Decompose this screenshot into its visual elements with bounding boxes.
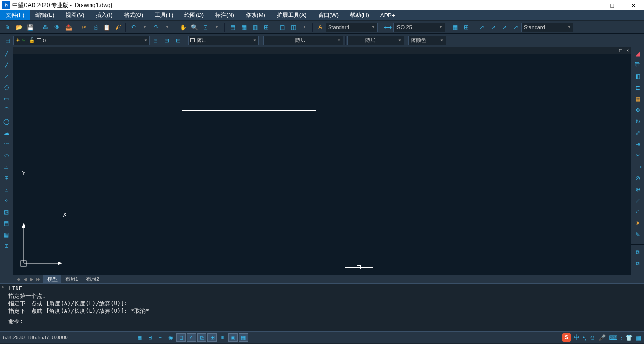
table-style-icon[interactable]: ▦ — [450, 22, 460, 33]
stretch-icon[interactable]: ⇥ — [633, 139, 643, 149]
block-arrow-icon[interactable]: ▼ — [299, 22, 310, 33]
tab-last-icon[interactable]: ⏭ — [35, 277, 41, 282]
publish-icon[interactable]: 📤 — [63, 22, 74, 33]
erase-icon[interactable]: ◢ — [633, 49, 643, 59]
hatch-icon[interactable]: ▨ — [1, 207, 12, 217]
scale-icon[interactable]: ⤢ — [633, 128, 643, 138]
line-entity[interactable] — [182, 110, 316, 111]
xline-icon[interactable]: ╱ — [1, 60, 12, 70]
layer-state-icon[interactable]: ⊟ — [162, 35, 172, 46]
explode-icon[interactable]: ✷ — [633, 218, 643, 229]
menu-编辑[interactable]: 编辑(E) — [30, 10, 60, 20]
table-icon[interactable]: ⊞ — [461, 22, 471, 33]
table-style-dropdown[interactable]: Standard▼ — [521, 23, 573, 32]
command-close-icon[interactable]: × — [0, 284, 7, 331]
edit-icon[interactable]: ✎ — [633, 229, 643, 240]
array-icon[interactable]: ▦ — [633, 94, 643, 104]
menu-扩展工具[interactable]: 扩展工具(X) — [271, 10, 313, 20]
lwt-toggle[interactable]: ⊞ — [207, 333, 217, 342]
menu-插入[interactable]: 插入(I) — [90, 10, 118, 20]
ortho-toggle[interactable]: ⌐ — [156, 333, 165, 342]
polar-toggle[interactable]: ◉ — [166, 333, 175, 342]
open-icon[interactable]: 📂 — [14, 22, 24, 33]
mleader-icon[interactable]: ↗ — [477, 22, 487, 33]
trim-icon[interactable]: ✂ — [633, 150, 643, 161]
pline-icon[interactable]: ⟋ — [1, 71, 12, 82]
redo-icon[interactable]: ↷ — [151, 22, 161, 33]
break-icon[interactable]: ⊘ — [633, 173, 643, 183]
rectangle-icon[interactable]: ▭ — [1, 94, 12, 104]
cut-icon[interactable]: ✂ — [79, 22, 89, 33]
mleader-style-icon[interactable]: ↗ — [511, 22, 521, 33]
line-entity[interactable] — [168, 139, 347, 139]
menu-工具[interactable]: 工具(T) — [149, 10, 179, 20]
grid-toggle[interactable]: ⊞ — [145, 333, 155, 342]
extend-icon[interactable]: ⟶ — [633, 162, 643, 172]
print-preview-icon[interactable]: 👁 — [52, 22, 62, 33]
line-entity[interactable] — [182, 167, 389, 167]
properties-icon[interactable]: ▤ — [227, 22, 238, 33]
ellipse-icon[interactable]: ⬭ — [1, 150, 12, 161]
region-icon[interactable]: ▦ — [1, 229, 12, 240]
pan-icon[interactable]: ✋ — [178, 22, 188, 33]
mirror-icon[interactable]: ◧ — [633, 71, 643, 82]
dim-style-dropdown[interactable]: ISO-25▼ — [393, 23, 445, 32]
undo-arrow-icon[interactable]: ▼ — [140, 22, 150, 33]
menu-格式[interactable]: 格式(O) — [118, 10, 149, 20]
polygon-icon[interactable]: ⬠ — [1, 82, 12, 93]
copy-icon[interactable]: ⎘ — [90, 22, 100, 33]
draworder2-icon[interactable]: ⧉ — [633, 258, 643, 269]
text-style-dropdown[interactable]: Standard▼ — [326, 23, 378, 32]
make-block-icon[interactable]: ⊡ — [1, 184, 12, 195]
snap-toggle[interactable]: ▦ — [135, 333, 144, 342]
tray-shirt-icon[interactable]: 👕 — [625, 334, 633, 341]
arc-icon[interactable]: ⌒ — [1, 105, 12, 115]
linetype-dropdown[interactable]: ———随层▼ — [263, 36, 343, 45]
dyn-toggle[interactable]: ⊵ — [197, 333, 206, 342]
new-icon[interactable]: 🗎 — [2, 22, 13, 33]
color-dropdown[interactable]: 随层▼ — [188, 36, 259, 45]
tab-next-icon[interactable]: ▶ — [28, 277, 35, 282]
tray-mic-icon[interactable]: 🎤 — [598, 334, 606, 341]
undo-icon[interactable]: ↶ — [128, 22, 139, 33]
print-icon[interactable]: 🖶 — [41, 22, 51, 33]
menu-修改[interactable]: 修改(M) — [240, 10, 271, 20]
minimize-button[interactable]: — — [580, 0, 602, 10]
sc-toggle[interactable]: ▦ — [239, 333, 248, 342]
tab-布局2[interactable]: 布局2 — [82, 275, 103, 283]
ime-icon[interactable]: S — [562, 333, 571, 342]
toolpalette-icon[interactable]: ▥ — [250, 22, 260, 33]
layer-dropdown[interactable]: ☀❄🔓 0▼ — [13, 36, 150, 45]
menu-文件[interactable]: 文件(F) — [0, 10, 30, 20]
tray-keyboard-icon[interactable]: ⌨ — [609, 334, 618, 341]
menu-标注[interactable]: 标注(N) — [209, 10, 240, 20]
paste-icon[interactable]: 📋 — [101, 22, 112, 33]
menu-APP+[interactable]: APP+ — [375, 10, 401, 20]
maximize-button[interactable]: □ — [602, 0, 623, 10]
drawing-maximize-button[interactable]: □ — [619, 48, 622, 53]
line-icon[interactable]: ╱ — [1, 49, 12, 59]
close-button[interactable]: ✕ — [623, 0, 644, 10]
plotcolor-dropdown[interactable]: 随颜色▼ — [408, 36, 446, 45]
gradient-icon[interactable]: ▤ — [1, 218, 12, 229]
offset-icon[interactable]: ⊏ — [633, 82, 643, 93]
model-toggle[interactable]: ≡ — [218, 333, 227, 342]
copy2-icon[interactable]: ⿻ — [633, 60, 643, 70]
block-icon[interactable]: ◫ — [277, 22, 287, 33]
ellipse-arc-icon[interactable]: ⌓ — [1, 162, 12, 172]
join-icon[interactable]: ⊕ — [633, 184, 643, 195]
menu-视图[interactable]: 视图(V) — [60, 10, 90, 20]
tab-模型[interactable]: 模型 — [43, 275, 61, 283]
circle-icon[interactable]: ◯ — [1, 116, 12, 127]
move-icon[interactable]: ✥ — [633, 105, 643, 115]
zoom-window-icon[interactable]: ⊡ — [200, 22, 211, 33]
tray-grid-icon[interactable]: ▦ — [636, 334, 641, 341]
menu-帮助[interactable]: 帮助(H) — [344, 10, 375, 20]
drawing-canvas[interactable]: Y X — [13, 54, 631, 275]
block2-icon[interactable]: ◫ — [288, 22, 298, 33]
rotate-icon[interactable]: ↻ — [633, 116, 643, 127]
menu-绘图[interactable]: 绘图(D) — [179, 10, 209, 20]
drawing-close-button[interactable]: × — [626, 48, 629, 53]
mleader3-icon[interactable]: ↗ — [499, 22, 510, 33]
designcenter-icon[interactable]: ▦ — [239, 22, 249, 33]
